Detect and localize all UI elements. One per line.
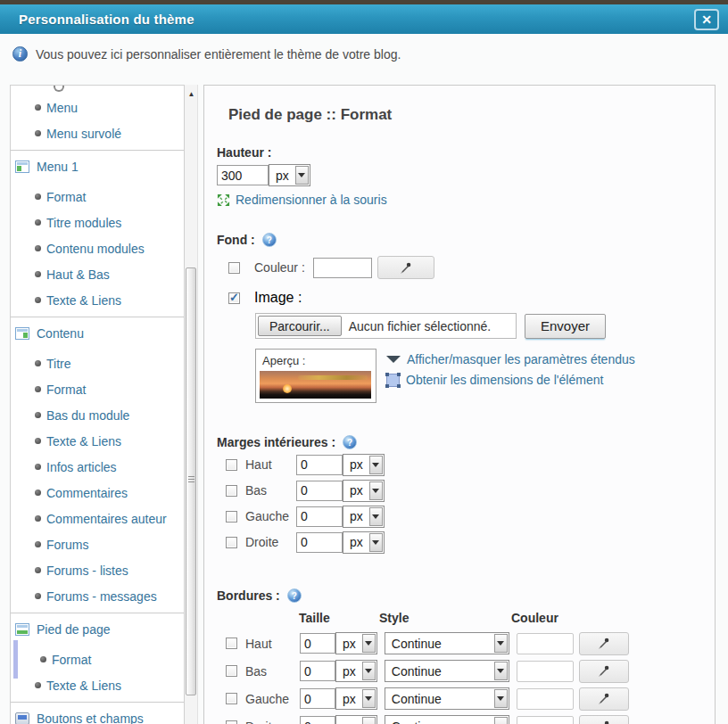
bordure-couleur-picker-haut[interactable] bbox=[579, 632, 629, 655]
marge-input-droite[interactable] bbox=[296, 532, 343, 553]
dropdown-arrow-icon bbox=[369, 533, 383, 552]
sidebar-item-titre[interactable]: Titre bbox=[11, 350, 184, 376]
sidebar-section-pied-de-page[interactable]: Pied de page bbox=[11, 616, 184, 643]
sidebar-scrollbar[interactable] bbox=[185, 85, 198, 724]
bordures-column-headers: Taille Style Couleur bbox=[217, 611, 697, 627]
bordure-row-label: Gauche bbox=[245, 692, 300, 706]
resize-arrows-icon bbox=[217, 193, 230, 207]
scrollbar-thumb[interactable] bbox=[186, 267, 196, 695]
bordure-checkbox-gauche[interactable] bbox=[226, 693, 237, 704]
bordure-couleur-picker-gauche[interactable] bbox=[579, 687, 629, 711]
bordure-checkbox-bas[interactable] bbox=[226, 665, 237, 677]
sidebar-item-forums[interactable]: Forums bbox=[11, 531, 184, 557]
sidebar-item-format[interactable]: Format bbox=[11, 184, 184, 210]
sidebar-item-infos-articles[interactable]: Infos articles bbox=[11, 454, 184, 480]
bordure-style-select-haut[interactable]: Continue bbox=[385, 632, 509, 654]
bordure-unit-select-bas[interactable]: px bbox=[335, 660, 377, 682]
bordure-taille-input-haut[interactable] bbox=[300, 633, 335, 654]
resize-with-mouse-link[interactable]: Redimensionner à la souris bbox=[236, 193, 387, 207]
hauteur-input[interactable] bbox=[217, 165, 269, 185]
dropdown-arrow-icon bbox=[362, 634, 376, 653]
sidebar-item-label: Titre bbox=[46, 357, 70, 371]
dropdown-arrow-icon bbox=[494, 689, 508, 708]
marge-unit-select-gauche[interactable]: px bbox=[343, 506, 385, 528]
sidebar-item-haut-bas[interactable]: Haut & Bas bbox=[11, 261, 184, 287]
sidebar-item-label: Texte & Liens bbox=[46, 293, 121, 308]
bordure-couleur-input-bas[interactable] bbox=[517, 661, 574, 682]
fond-couleur-input[interactable] bbox=[313, 258, 372, 278]
bordure-checkbox-haut[interactable] bbox=[226, 638, 237, 649]
sidebar-item-texte-liens[interactable]: Texte & Liens bbox=[11, 287, 184, 313]
column-header-taille: Taille bbox=[299, 611, 330, 625]
toggle-extended-params-link[interactable]: Afficher/masquer les paramètres étendus bbox=[407, 352, 635, 366]
sidebar-item-format[interactable]: Format bbox=[11, 646, 184, 672]
bordure-taille-input-bas[interactable] bbox=[300, 661, 335, 681]
marge-unit-select-bas[interactable]: px bbox=[343, 480, 385, 502]
marge-checkbox-bas[interactable] bbox=[226, 485, 237, 497]
sidebar-item-commentaires-auteur[interactable]: Commentaires auteur bbox=[11, 506, 184, 531]
hauteur-section: Hauteur : px bbox=[217, 145, 697, 207]
bordure-taille-input-droite[interactable] bbox=[300, 716, 335, 724]
marges-help-icon[interactable] bbox=[343, 435, 357, 449]
marge-checkbox-droite[interactable] bbox=[226, 537, 237, 548]
select-value: px bbox=[336, 688, 361, 709]
sidebar-group: ContenuTitreFormatBas du moduleTexte & L… bbox=[11, 317, 184, 613]
sidebar-item-forums-messages[interactable]: Forums - messages bbox=[11, 583, 184, 609]
sidebar-section-boutons-et-champs[interactable]: Boutons et champs bbox=[11, 705, 184, 724]
bordure-couleur-input-droite[interactable] bbox=[517, 716, 574, 724]
bordures-section: Bordures : Taille Style Couleur HautpxCo… bbox=[217, 588, 697, 724]
select-value: Continue bbox=[385, 661, 493, 681]
marge-input-haut[interactable] bbox=[296, 455, 343, 475]
bordure-couleur-picker-droite[interactable] bbox=[579, 715, 629, 724]
sidebar-item-label: Forums - messages bbox=[46, 589, 157, 604]
sidebar-section-contenu[interactable]: Contenu bbox=[11, 320, 184, 347]
scrollbar-up-arrow-icon[interactable] bbox=[185, 88, 198, 99]
sidebar-item-menu[interactable]: Menu bbox=[11, 95, 184, 120]
marge-checkbox-gauche[interactable] bbox=[226, 511, 237, 522]
bordure-couleur-input-haut[interactable] bbox=[517, 633, 574, 654]
window-left-pane-icon bbox=[15, 160, 29, 173]
file-input[interactable]: Parcourir... Aucun fichier sélectionné. bbox=[255, 313, 517, 339]
sidebar-item-commentaires[interactable]: Commentaires bbox=[11, 480, 184, 506]
marge-checkbox-haut[interactable] bbox=[226, 459, 237, 471]
bordure-taille-input-gauche[interactable] bbox=[300, 688, 335, 709]
marge-unit-select-haut[interactable]: px bbox=[343, 454, 385, 476]
fond-couleur-checkbox[interactable] bbox=[228, 262, 240, 274]
get-dimensions-link[interactable]: Obtenir les dimensions de l'élément bbox=[406, 373, 603, 387]
bullet-icon bbox=[35, 130, 41, 136]
bordure-style-select-gauche[interactable]: Continue bbox=[385, 687, 509, 710]
bordure-couleur-input-gauche[interactable] bbox=[517, 688, 574, 710]
marge-input-bas[interactable] bbox=[296, 481, 343, 501]
sidebar-item-texte-liens[interactable]: Texte & Liens bbox=[11, 428, 184, 454]
bordure-unit-select-gauche[interactable]: px bbox=[335, 687, 377, 710]
sidebar-item-titre-modules[interactable]: Titre modules bbox=[11, 210, 184, 235]
fond-help-icon[interactable] bbox=[262, 233, 277, 247]
sidebar-section-menu-1[interactable]: Menu 1 bbox=[11, 153, 184, 180]
bordure-couleur-picker-bas[interactable] bbox=[579, 660, 629, 683]
marge-row-bas: Baspx bbox=[226, 480, 697, 501]
sidebar-item-contenu-modules[interactable]: Contenu modules bbox=[11, 235, 184, 261]
bullet-icon bbox=[35, 541, 41, 547]
bordure-unit-select-haut[interactable]: px bbox=[335, 632, 377, 654]
bordure-checkbox-droite[interactable] bbox=[226, 720, 237, 724]
close-button[interactable]: ✕ bbox=[694, 9, 719, 30]
marge-row-label: Droite bbox=[245, 535, 296, 549]
sidebar-item-format[interactable]: Format bbox=[11, 376, 184, 402]
fond-couleur-picker-button[interactable] bbox=[377, 256, 434, 279]
hauteur-unit-select[interactable]: px bbox=[269, 164, 310, 186]
hauteur-label: Hauteur : bbox=[217, 145, 697, 160]
marge-unit-select-droite[interactable]: px bbox=[343, 531, 385, 554]
sidebar-item-menu-survole[interactable]: Menu survolé bbox=[11, 120, 184, 146]
send-button[interactable]: Envoyer bbox=[525, 314, 606, 339]
sidebar-item-forums-listes[interactable]: Forums - listes bbox=[11, 557, 184, 583]
fond-image-checkbox[interactable] bbox=[228, 292, 240, 304]
bordures-help-icon[interactable] bbox=[287, 588, 302, 603]
bordure-style-select-droite[interactable]: Continue bbox=[385, 715, 509, 724]
bordure-unit-select-droite[interactable]: px bbox=[335, 715, 377, 724]
apercu-label: Aperçu : bbox=[262, 354, 372, 367]
bordure-style-select-bas[interactable]: Continue bbox=[385, 660, 509, 682]
sidebar-item-texte-liens[interactable]: Texte & Liens bbox=[11, 672, 184, 698]
marge-input-gauche[interactable] bbox=[296, 506, 343, 527]
sidebar-item-bas-du-module[interactable]: Bas du module bbox=[11, 402, 184, 428]
browse-button[interactable]: Parcourir... bbox=[258, 316, 342, 336]
